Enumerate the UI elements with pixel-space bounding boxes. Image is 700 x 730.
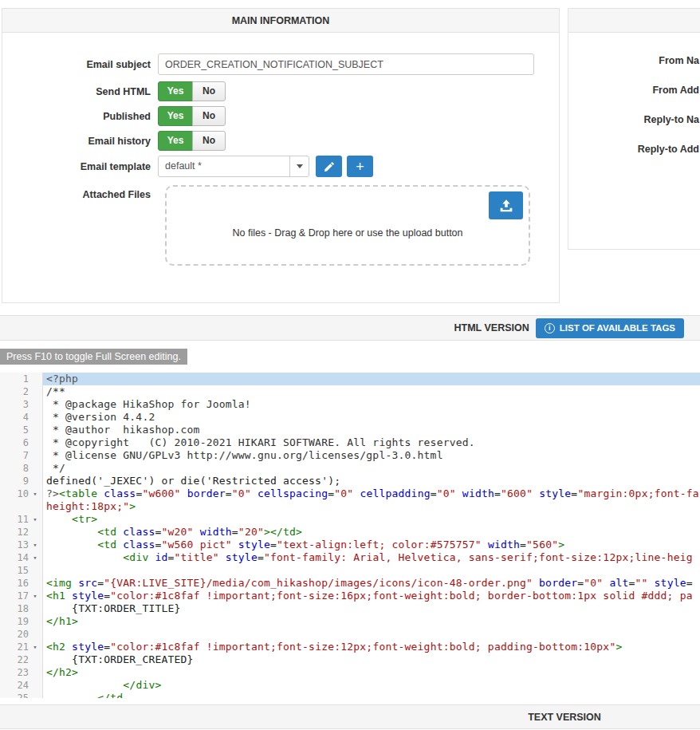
line-number: 2 <box>0 385 29 398</box>
code-line[interactable]: 23</h2> <box>0 666 700 679</box>
email-history-yes-button[interactable]: Yes <box>158 131 193 151</box>
fold-arrow-icon[interactable]: ▾ <box>29 513 41 526</box>
send-html-no-button[interactable]: No <box>192 81 226 101</box>
editor-gutter: 13▾ <box>0 539 43 551</box>
editor-gutter: 19 <box>0 615 43 628</box>
line-number: 25 <box>0 692 29 698</box>
code-line[interactable]: 12 <td class="w20" width="20"></td> <box>0 526 700 539</box>
code-line[interactable]: 4 * @version 4.4.2 <box>0 411 700 424</box>
line-number: 22 <box>0 653 29 666</box>
code-line[interactable]: 11▾ <tr> <box>0 513 700 526</box>
fold-gutter-spacer <box>29 653 41 666</box>
line-number: 21 <box>0 641 29 653</box>
code-line[interactable]: 15 <box>0 564 700 577</box>
fold-gutter-spacer <box>29 615 41 628</box>
line-number: 19 <box>0 615 29 628</box>
fold-arrow-icon[interactable]: ▾ <box>29 551 41 564</box>
edit-template-button[interactable] <box>316 156 342 177</box>
code-line[interactable]: 5 * @author hikashop.com <box>0 424 700 436</box>
code-line[interactable]: 24 </div> <box>0 679 700 692</box>
code-line[interactable]: 3 * @package HikaShop for Joomla! <box>0 398 700 411</box>
code-text <box>43 564 700 577</box>
fold-arrow-icon[interactable]: ▾ <box>29 590 41 602</box>
list-of-available-tags-button[interactable]: i LIST OF AVAILABLE TAGS <box>536 318 684 338</box>
code-text: <h1 style="color:#1c8faf !important;font… <box>43 590 700 602</box>
editor-gutter: 10▾ <box>0 487 43 500</box>
published-no-button[interactable]: No <box>192 106 226 126</box>
from-address-label: From Add <box>568 85 699 96</box>
code-line[interactable]: height:18px;"> <box>0 500 700 513</box>
editor-gutter: 21▾ <box>0 641 43 653</box>
fold-gutter-spacer <box>29 385 41 398</box>
line-number: 11 <box>0 513 29 526</box>
line-number: 4 <box>0 411 29 424</box>
email-history-no-button[interactable]: No <box>192 131 226 151</box>
email-template-select[interactable]: default * <box>158 156 309 177</box>
line-number: 13 <box>0 539 29 551</box>
code-line[interactable]: 16<img src="{VAR:LIVE_SITE}/media/com_hi… <box>0 577 700 590</box>
fullscreen-hint: Press F10 to toggle Full Screen editing. <box>0 349 187 365</box>
add-template-button[interactable]: + <box>347 156 373 177</box>
fold-gutter-spacer <box>29 500 41 513</box>
pencil-icon <box>324 161 335 172</box>
line-number: 7 <box>0 449 29 462</box>
editor-gutter: 25 <box>0 692 43 698</box>
reply-to-name-label: Reply-to Na <box>568 114 699 125</box>
code-line[interactable]: 8 */ <box>0 462 700 475</box>
code-line[interactable]: 7 * @license GNU/GPLv3 http://www.gnu.or… <box>0 449 700 462</box>
code-line[interactable]: 21▾<h2 style="color:#1c8faf !important;f… <box>0 641 700 653</box>
fold-arrow-icon[interactable]: ▾ <box>29 539 41 551</box>
email-subject-input[interactable] <box>158 53 534 75</box>
fold-gutter-spacer <box>29 398 41 411</box>
code-line[interactable]: 22 {TXT:ORDER_CREATED} <box>0 653 700 666</box>
code-line[interactable]: 25 </td <box>0 692 700 698</box>
code-line[interactable]: 19</h1> <box>0 615 700 628</box>
code-line[interactable]: 10▾?><table class="w600" border="0" cell… <box>0 487 700 500</box>
code-line[interactable]: 1<?php <box>0 373 700 385</box>
email-subject-label: Email subject <box>2 59 151 70</box>
code-line[interactable]: 9defined('_JEXEC') or die('Restricted ac… <box>0 475 700 487</box>
code-line[interactable]: 18 {TXT:ORDER_TITLE} <box>0 602 700 615</box>
editor-gutter: 18 <box>0 602 43 615</box>
code-text: <tr> <box>43 513 700 526</box>
editor-gutter: 20 <box>0 628 43 641</box>
email-history-label: Email history <box>2 136 151 147</box>
code-text: defined('_JEXEC') or die('Restricted acc… <box>43 475 700 487</box>
send-html-yes-button[interactable]: Yes <box>158 81 193 101</box>
settings-row: From Add <box>568 85 700 114</box>
editor-gutter: 4 <box>0 411 43 424</box>
email-template-value: default * <box>159 156 289 176</box>
editor-gutter: 17▾ <box>0 590 43 602</box>
upload-icon <box>499 199 513 213</box>
code-editor[interactable]: 1<?php2/**3 * @package HikaShop for Joom… <box>0 373 700 698</box>
code-line[interactable]: 20 <box>0 628 700 641</box>
upload-button[interactable] <box>489 191 523 219</box>
code-line[interactable]: 17▾<h1 style="color:#1c8faf !important;f… <box>0 590 700 602</box>
line-number: 5 <box>0 424 29 436</box>
settings-row: Reply-to Add <box>568 144 700 173</box>
published-yes-button[interactable]: Yes <box>158 106 193 126</box>
file-dropzone[interactable]: No files - Drag & Drop here or use the u… <box>165 185 530 266</box>
published-toggle: Yes No <box>158 106 226 126</box>
editor-gutter: 16 <box>0 577 43 590</box>
line-number: 20 <box>0 628 29 641</box>
fold-gutter-spacer <box>29 462 41 475</box>
editor-gutter: 1 <box>0 373 43 385</box>
chevron-down-icon <box>289 156 309 176</box>
editor-gutter: 3 <box>0 398 43 411</box>
code-line[interactable]: 2/** <box>0 385 700 398</box>
code-line[interactable]: 6 * @copyright (C) 2010-2021 HIKARI SOFT… <box>0 436 700 449</box>
code-line[interactable]: 13▾ <td class="w560 pict" style="text-al… <box>0 539 700 551</box>
text-version-bar: TEXT VERSION <box>0 704 700 729</box>
fold-arrow-icon[interactable]: ▾ <box>29 641 41 653</box>
code-text: <div id="title" style="font-family: Aria… <box>43 551 700 564</box>
code-text: {TXT:ORDER_CREATED} <box>43 653 700 666</box>
code-line[interactable]: 14▾ <div id="title" style="font-family: … <box>0 551 700 564</box>
dropzone-text: No files - Drag & Drop here or use the u… <box>232 227 462 239</box>
code-text: <td class="w20" width="20"></td> <box>43 526 700 539</box>
fold-arrow-icon[interactable]: ▾ <box>29 487 41 500</box>
send-html-toggle: Yes No <box>158 81 226 101</box>
line-number: 8 <box>0 462 29 475</box>
email-history-row: Email history Yes No <box>2 131 559 151</box>
fold-gutter-spacer <box>29 602 41 615</box>
